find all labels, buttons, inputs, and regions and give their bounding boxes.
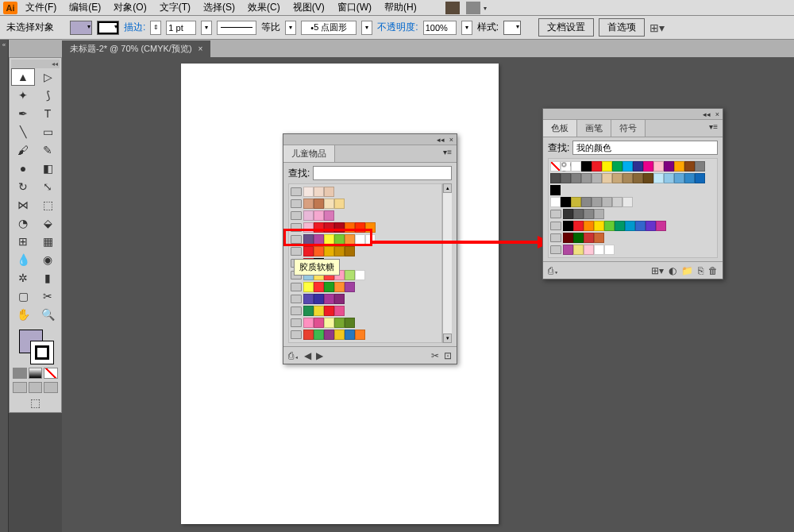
color-swatch[interactable] <box>563 233 573 243</box>
toolbox-collapse-icon[interactable]: ◂◂ <box>52 60 58 67</box>
color-swatch[interactable] <box>324 199 334 209</box>
zoom-tool[interactable]: 🔍 <box>36 306 60 323</box>
style-swatch[interactable] <box>503 21 521 35</box>
color-swatch[interactable] <box>303 222 314 233</box>
mesh-tool[interactable]: ⊞ <box>11 233 35 250</box>
align-icon[interactable]: ⊞▾ <box>649 21 665 34</box>
free-transform-tool[interactable]: ⬚ <box>36 196 60 214</box>
color-swatch[interactable] <box>573 209 584 219</box>
color-swatch[interactable] <box>584 221 594 231</box>
color-swatch[interactable] <box>324 222 334 233</box>
panel-close-icon[interactable]: × <box>715 110 719 118</box>
color-swatch[interactable] <box>345 222 355 233</box>
delete-swatch-icon[interactable]: 🗑 <box>708 265 718 276</box>
color-swatch[interactable] <box>303 234 314 245</box>
color-swatch[interactable] <box>355 234 365 245</box>
color-swatch[interactable] <box>612 197 622 207</box>
scroll-up-icon[interactable]: ▴ <box>443 183 452 193</box>
color-swatch[interactable] <box>674 161 684 172</box>
color-swatch[interactable] <box>684 173 695 183</box>
color-swatch[interactable] <box>612 173 622 183</box>
color-swatch[interactable] <box>571 197 581 207</box>
color-swatch[interactable] <box>303 199 314 209</box>
stroke-width-input[interactable] <box>166 21 196 35</box>
type-tool[interactable]: T <box>36 105 60 122</box>
color-swatch[interactable] <box>695 173 705 183</box>
folder-icon[interactable] <box>550 222 561 230</box>
color-swatch[interactable] <box>594 233 604 243</box>
next-library-icon[interactable]: ▶ <box>316 350 323 361</box>
folder-icon[interactable] <box>291 211 302 220</box>
blend-tool[interactable]: ◉ <box>36 251 60 268</box>
opacity-dropdown[interactable]: ▾ <box>461 21 472 35</box>
preferences-button[interactable]: 首选项 <box>599 18 645 37</box>
color-swatch[interactable] <box>604 245 615 255</box>
color-swatch[interactable] <box>314 282 324 292</box>
color-swatch[interactable] <box>550 185 561 195</box>
folder-icon[interactable] <box>291 283 302 291</box>
prev-library-icon[interactable]: ◀ <box>304 350 311 361</box>
color-swatch[interactable] <box>622 197 633 207</box>
draw-inside[interactable] <box>44 382 58 393</box>
menu-effect[interactable]: 效果(C) <box>243 0 285 16</box>
color-swatch[interactable] <box>635 221 646 231</box>
color-swatch[interactable] <box>592 173 602 183</box>
swatch-libraries-icon[interactable]: ⎙◂ <box>288 350 299 361</box>
folder-icon[interactable] <box>291 330 302 339</box>
folder-icon[interactable] <box>291 187 302 196</box>
menu-file[interactable]: 文件(F) <box>21 0 61 16</box>
eraser-tool[interactable]: ◧ <box>36 160 60 177</box>
color-swatch[interactable] <box>573 221 584 231</box>
color-swatch[interactable] <box>643 161 653 172</box>
magic-wand-tool[interactable]: ✦ <box>11 87 35 104</box>
color-swatch[interactable] <box>334 234 345 245</box>
stroke-width-stepper[interactable]: ⇕ <box>150 21 161 35</box>
color-swatch[interactable] <box>633 161 643 172</box>
menu-window[interactable]: 窗口(W) <box>333 0 376 16</box>
color-swatch[interactable] <box>355 270 365 280</box>
color-swatch[interactable] <box>345 330 355 340</box>
folder-icon[interactable] <box>291 306 302 315</box>
color-swatch[interactable] <box>602 197 612 207</box>
color-swatch[interactable] <box>345 270 355 280</box>
swatch-options-icon[interactable]: ⊡ <box>444 350 452 361</box>
folder-icon[interactable] <box>291 295 302 303</box>
color-swatch[interactable] <box>573 233 584 243</box>
color-swatch[interactable] <box>653 173 664 183</box>
color-swatch[interactable] <box>314 234 324 245</box>
color-swatch[interactable] <box>334 330 345 340</box>
color-swatch[interactable] <box>324 306 334 316</box>
color-swatch[interactable] <box>550 161 561 172</box>
color-swatch[interactable] <box>334 199 345 209</box>
color-swatch[interactable] <box>334 318 345 328</box>
brush-dropdown[interactable]: ▾ <box>361 21 372 35</box>
color-swatch[interactable] <box>345 246 355 256</box>
close-tab-icon[interactable]: × <box>198 44 203 53</box>
color-swatch[interactable] <box>345 234 355 245</box>
color-swatch[interactable] <box>584 245 594 255</box>
selection-tool[interactable]: ▲ <box>11 68 35 86</box>
folder-icon[interactable] <box>291 199 302 208</box>
color-swatch[interactable] <box>622 173 633 183</box>
folder-icon[interactable] <box>291 223 302 232</box>
color-swatch[interactable] <box>684 161 695 172</box>
gradient-tool[interactable]: ▦ <box>36 233 60 250</box>
color-swatch[interactable] <box>646 221 656 231</box>
new-swatch-icon[interactable]: ⎘ <box>698 265 703 276</box>
eyedropper-tool[interactable]: 💧 <box>11 251 35 268</box>
folder-icon[interactable] <box>291 235 302 244</box>
color-swatch[interactable] <box>303 306 314 316</box>
color-swatch[interactable] <box>571 173 581 183</box>
pen-tool[interactable]: ✒ <box>11 105 35 122</box>
color-swatch[interactable] <box>561 197 571 207</box>
direct-selection-tool[interactable]: ▷ <box>36 68 60 86</box>
color-swatch[interactable] <box>334 306 345 316</box>
shape-builder-tool[interactable]: ◔ <box>11 214 35 232</box>
color-swatch[interactable] <box>324 210 334 221</box>
color-swatch[interactable] <box>324 187 334 197</box>
fill-stroke-control[interactable] <box>11 326 60 366</box>
color-swatch[interactable] <box>334 222 345 233</box>
color-swatch[interactable] <box>303 318 314 328</box>
panel-menu-icon[interactable]: ▾≡ <box>704 120 723 137</box>
hand-tool[interactable]: ✋ <box>11 306 35 323</box>
